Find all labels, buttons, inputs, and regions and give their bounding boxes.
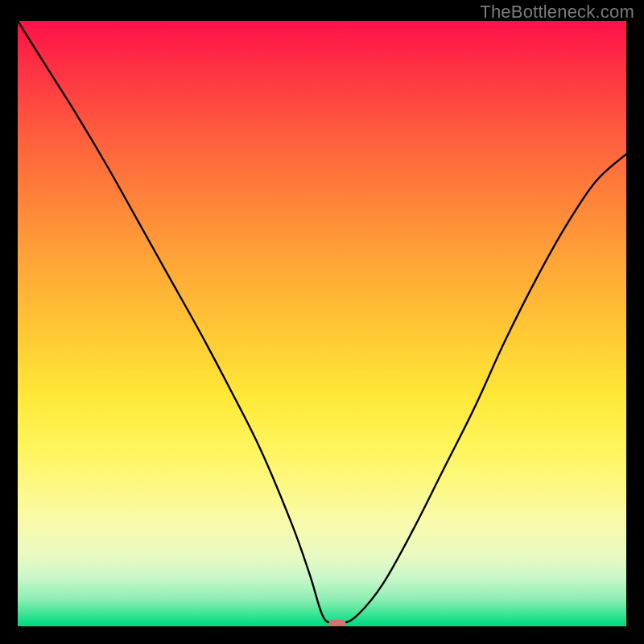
minimum-marker [328,620,346,626]
plot-area [18,21,626,626]
attribution-text: TheBottleneck.com [480,2,634,23]
bottleneck-curve [18,21,626,625]
curve-layer [18,21,626,626]
chart-frame: TheBottleneck.com [0,0,644,644]
